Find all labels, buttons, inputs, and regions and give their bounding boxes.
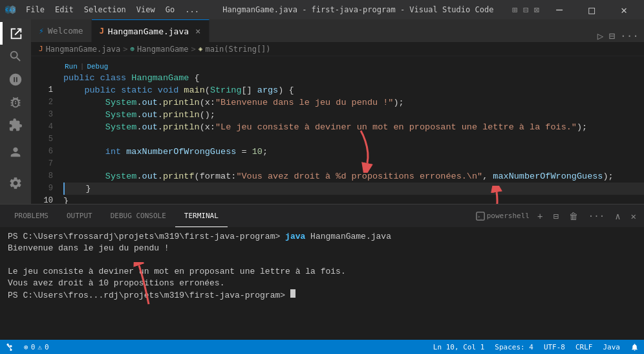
delete-terminal-icon[interactable]: 🗑: [566, 210, 581, 223]
breadcrumb-file[interactable]: HangmanGame.java: [46, 45, 121, 54]
activity-git[interactable]: [0, 68, 31, 91]
editor-area: ⚡ Welcome J HangmanGame.java × ▷ ⊟ ··· J…: [31, 19, 644, 204]
welcome-tab-icon: ⚡: [39, 26, 44, 36]
split-terminal-icon[interactable]: ⊟: [550, 210, 561, 223]
error-icon: ⊗: [24, 343, 28, 351]
panel-tab-debug-console[interactable]: DEBUG CONSOLE: [102, 205, 175, 227]
status-position[interactable]: Ln 10, Col 1: [428, 340, 489, 354]
svg-point-6: [10, 348, 12, 350]
terminal-line-3: [8, 254, 636, 266]
run-debug-bar: Run | Debug: [63, 61, 644, 72]
breadcrumb-class[interactable]: HangmanGame: [137, 45, 188, 54]
warning-count: 0: [45, 343, 49, 351]
debug-link[interactable]: Debug: [87, 61, 108, 73]
more-actions-icon[interactable]: ···: [620, 30, 639, 42]
titlebar: File Edit Selection View Go ... HangmanG…: [0, 0, 644, 19]
maximize-button[interactable]: □: [577, 0, 606, 19]
panel-right: >_ powershell + ⊟ 🗑 ··· ∧ ✕: [476, 210, 639, 223]
line-num-7: 7: [31, 158, 58, 170]
svg-point-5: [6, 343, 8, 345]
chevron-up-icon[interactable]: ∧: [612, 210, 623, 223]
terminal-prompt-2: PS C:\Users\fros...rdj\projets\m319\firs…: [8, 290, 290, 302]
status-line-ending[interactable]: CRLF: [570, 340, 598, 354]
activity-account[interactable]: [0, 137, 31, 168]
code-line-6: [63, 133, 644, 146]
panel-tab-terminal[interactable]: TERMINAL: [175, 205, 228, 227]
panel-tab-output[interactable]: OUTPUT: [58, 205, 102, 227]
code-content[interactable]: Run | Debug public class HangmanGame { p…: [63, 56, 644, 204]
terminal-content[interactable]: PS C:\Users\frossardj\projets\m319\first…: [0, 227, 644, 340]
code-line-10: }: [63, 183, 644, 195]
hangman-tab-icon: J: [100, 27, 104, 36]
status-left: ⊗ 0 ⚠ 0: [0, 340, 54, 354]
breadcrumb-method[interactable]: main(String[]): [205, 45, 270, 54]
run-debug-sep: |: [80, 61, 85, 73]
tabs-bar: ⚡ Welcome J HangmanGame.java × ▷ ⊟ ···: [31, 19, 644, 42]
run-icon[interactable]: ▷: [597, 30, 604, 42]
split-editor-icon[interactable]: ⊟: [608, 30, 615, 42]
code-line-5: System.out.println(x:"Le jeu consiste à …: [63, 121, 644, 133]
new-terminal-icon[interactable]: +: [535, 210, 545, 223]
activity-explorer[interactable]: [0, 22, 31, 45]
menu-edit[interactable]: Edit: [50, 3, 79, 17]
status-encoding[interactable]: UTF-8: [539, 340, 570, 354]
code-line-9: System.out.printf(format:"Vous avez droi…: [63, 170, 644, 183]
breadcrumb-method-icon: ◈: [199, 45, 203, 53]
menu-selection[interactable]: Selection: [79, 3, 131, 17]
activity-debug[interactable]: [0, 91, 31, 113]
terminal-cursor: [290, 289, 295, 298]
terminal-line-2: Bienvenue dans le jeu du pendu !: [8, 243, 636, 254]
warning-icon: ⚠: [38, 343, 42, 351]
terminal-line-1: PS C:\Users\frossardj\projets\m319\first…: [8, 231, 636, 243]
menu-view[interactable]: View: [131, 3, 160, 17]
tabs-right: ▷ ⊟ ···: [597, 30, 644, 42]
code-editor: 1 2 3 4 5 6 7 8 9 10 11 Run |: [31, 56, 644, 204]
terminal-cmd-args: HangmanGame.java: [305, 231, 391, 243]
titlebar-center: HangmanGame.java - first-java-program - …: [204, 5, 512, 14]
code-line-7: int maxNumberOfWrongGuess = 10;: [63, 146, 644, 158]
more-terminal-icon[interactable]: ···: [586, 210, 607, 223]
activity-search[interactable]: [0, 45, 31, 67]
code-line-11: }: [63, 195, 644, 204]
status-notifications[interactable]: [625, 340, 644, 354]
maximize-panel-icon[interactable]: ✕: [628, 210, 639, 223]
shell-indicator: >_ powershell: [476, 212, 530, 221]
panel-tabs: PROBLEMS OUTPUT DEBUG CONSOLE TERMINAL >…: [0, 205, 644, 227]
breadcrumb-class-icon: ⊕: [130, 45, 134, 53]
layout-icon: ⊞ ⊟ ⊠: [512, 5, 539, 15]
menu-more[interactable]: ...: [180, 3, 204, 17]
menu-go[interactable]: Go: [160, 3, 180, 17]
tab-close-button[interactable]: ×: [195, 26, 200, 36]
line-num-5: 5: [31, 133, 58, 146]
run-link[interactable]: Run: [65, 61, 78, 73]
tab-hangmangame[interactable]: J HangmanGame.java ×: [92, 19, 209, 42]
status-spaces[interactable]: Spaces: 4: [489, 340, 539, 354]
menu-file[interactable]: File: [21, 3, 50, 17]
code-line-2: public static void main(String[] args) {: [63, 84, 644, 96]
activity-settings[interactable]: [0, 168, 31, 199]
status-language[interactable]: Java: [598, 340, 626, 354]
breadcrumb-sep1: >: [123, 45, 127, 54]
tab-welcome[interactable]: ⚡ Welcome: [31, 19, 92, 42]
terminal-panel: PROBLEMS OUTPUT DEBUG CONSOLE TERMINAL >…: [0, 204, 644, 340]
status-git[interactable]: [0, 340, 19, 354]
svg-text:>_: >_: [477, 214, 482, 219]
line-num-3: 3: [31, 109, 58, 121]
terminal-output-3: Vous avez droit à 10 propositions erroné…: [8, 278, 224, 289]
line-num-2: 2: [31, 96, 58, 109]
error-count: 0: [31, 343, 36, 351]
terminal-line-5: Vous avez droit à 10 propositions erroné…: [8, 278, 636, 289]
terminal-line-4: Le jeu consiste à deviner un mot en prop…: [8, 266, 636, 278]
status-errors[interactable]: ⊗ 0 ⚠ 0: [19, 340, 54, 354]
code-line-4: System.out.println();: [63, 109, 644, 121]
breadcrumb: J HangmanGame.java > ⊕ HangmanGame > ◈ m…: [31, 42, 644, 56]
minimize-button[interactable]: ─: [544, 0, 574, 19]
tab-hangman-label: HangmanGame.java: [108, 27, 189, 36]
line-num-8: 8: [31, 170, 58, 183]
line-num-10: 10: [31, 195, 58, 204]
activity-extensions[interactable]: [0, 114, 31, 137]
close-button[interactable]: ✕: [609, 0, 639, 19]
line-num-9: 9: [31, 183, 58, 195]
line-num-1: 1: [31, 84, 58, 96]
panel-tab-problems[interactable]: PROBLEMS: [5, 205, 58, 227]
